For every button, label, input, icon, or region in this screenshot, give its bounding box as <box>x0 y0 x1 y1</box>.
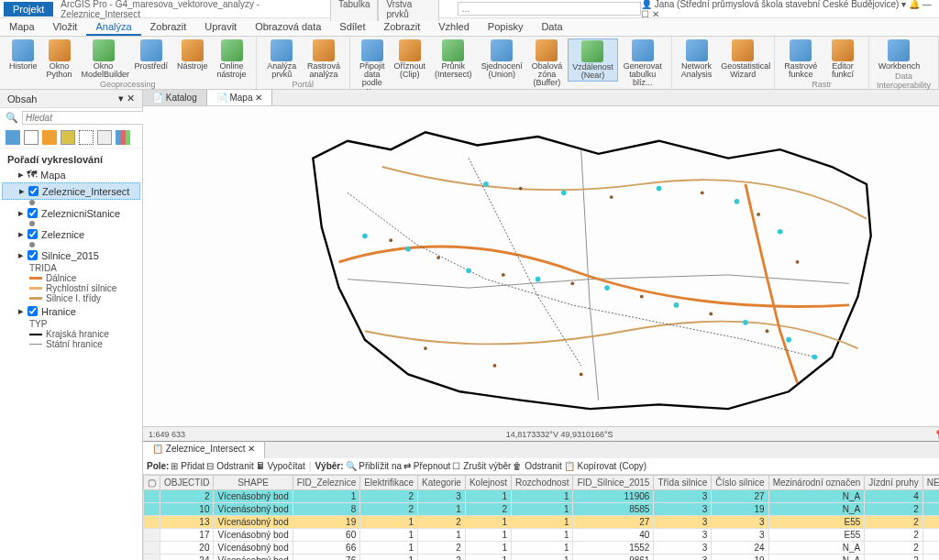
ribbon-tab-analýza[interactable]: Analýza <box>86 18 140 36</box>
ribbon-tool[interactable]: Prostředí <box>131 38 172 71</box>
layer-item[interactable]: ▸ Zeleznice <box>2 226 140 242</box>
clear-sel-button[interactable]: ☐ Zrušit výběr <box>452 461 511 471</box>
layer-item[interactable]: ▸ Hranice <box>2 303 140 319</box>
column-header[interactable]: Rozchodnost <box>512 476 573 490</box>
list-by-source-icon[interactable] <box>24 130 39 145</box>
map-frame[interactable]: ▸ 🗺 Mapa <box>2 167 140 182</box>
map-view[interactable] <box>143 106 939 426</box>
add-field-button[interactable]: ⊞ Přidat <box>171 461 204 471</box>
column-header[interactable]: Jízdní pruhy <box>865 476 922 490</box>
ribbon-tab-sdílet[interactable]: Sdílet <box>330 18 374 36</box>
table-tab[interactable]: 📋 Zeleznice_Intersect ✕ <box>143 442 265 458</box>
ribbon-tab-zobrazit[interactable]: Zobrazit <box>141 18 196 36</box>
view-tab[interactable]: 📄 Katalog <box>143 90 207 105</box>
ribbon-tab-mapa[interactable]: Mapa <box>0 18 44 36</box>
svg-point-26 <box>424 346 427 350</box>
table-row[interactable]: 10Vícenásobný bod821218585319N_A2487636,… <box>144 503 940 516</box>
list-by-chart-icon[interactable] <box>116 130 130 145</box>
svg-point-22 <box>610 195 613 199</box>
ribbon-tool[interactable]: Network Analysis <box>678 38 716 80</box>
del-field-button[interactable]: ⊟ Odstranit <box>206 461 253 471</box>
ribbon-tab-upravit[interactable]: Upravit <box>195 18 246 36</box>
ribbon-tool[interactable]: Generovat tabulku blíz... <box>620 38 666 88</box>
svg-point-0 <box>362 234 368 239</box>
column-header[interactable]: Kolejnost <box>465 476 511 490</box>
svg-point-12 <box>735 199 740 204</box>
table-row[interactable]: 13Vícenásobný bod1912112733E552-1-1 <box>144 516 940 529</box>
table-row[interactable]: 2Vícenásobný bod1231111906327N_A4255547,… <box>144 490 940 503</box>
table-row[interactable]: 24Vícenásobný bod7612119861319N_A2-1-1 <box>144 555 940 561</box>
ribbon-tool[interactable]: Vzdálenost (Near) <box>568 38 618 82</box>
ribbon-tool[interactable]: Okno Python <box>43 38 76 80</box>
column-header[interactable]: Číslo silnice <box>712 476 768 490</box>
svg-point-7 <box>786 337 791 343</box>
layer-item[interactable]: ▸ Zeleznice_Intersect <box>2 182 140 200</box>
scale-display[interactable]: 1:649 633 <box>149 430 185 439</box>
view-tab[interactable]: 📄 Mapa ✕ <box>207 90 273 105</box>
ribbon-tool[interactable]: Workbench <box>875 38 923 71</box>
column-header[interactable]: Třída silnice <box>654 476 712 490</box>
legend-item: Rychlostní silnice <box>2 283 140 293</box>
ribbon-tab-popisky[interactable]: Popisky <box>479 18 533 36</box>
ribbon-tool[interactable]: Rastrová analýza <box>304 38 344 80</box>
ribbon-tool[interactable]: Nástroje <box>173 38 212 71</box>
layer-item[interactable]: ▸ Silnice_2015 <box>2 247 140 263</box>
switch-sel-button[interactable]: ⇄ Přepnout <box>403 461 450 471</box>
svg-point-11 <box>657 186 662 192</box>
table-toolbar: Pole: ⊞ Přidat ⊟ Odstranit 🖩 Vypočítat |… <box>143 458 939 475</box>
ribbon-tool[interactable]: Rastrové funkce <box>780 38 821 80</box>
column-header[interactable]: FID_Silnice_2015 <box>573 476 654 490</box>
del-rows-button[interactable]: 🗑 Odstranit <box>513 461 561 471</box>
column-header[interactable]: Kategorie <box>418 476 466 490</box>
zoom-to-button[interactable]: 🔍 Přiblížit na <box>346 461 402 471</box>
command-search[interactable] <box>458 2 641 16</box>
svg-point-21 <box>519 187 523 191</box>
ribbon-tab-zobrazit[interactable]: Zobrazit <box>374 18 429 36</box>
svg-point-19 <box>709 312 713 315</box>
list-by-selection-icon[interactable] <box>42 130 57 145</box>
column-header[interactable]: FID_Zeleznice <box>293 476 359 490</box>
ribbon-tool[interactable]: Analýza prvků <box>262 38 302 80</box>
ribbon-tab-vložit[interactable]: Vložit <box>44 18 87 36</box>
legend-item: Silnice I. třídy <box>2 293 140 303</box>
column-header[interactable]: NEAR_FID <box>922 476 939 490</box>
table-row[interactable]: 17Vícenásobný bod6011114033E552-1-1 <box>144 529 940 542</box>
legend-item: Státní hranice <box>2 339 140 349</box>
ribbon-tool[interactable]: Editor funkcí <box>823 38 862 80</box>
ribbon-tab-obrazová data[interactable]: Obrazová data <box>246 18 330 36</box>
ribbon-tool[interactable]: Online nástroje <box>214 38 250 80</box>
ribbon-tool[interactable]: Obalová zóna (Buffer) <box>528 38 567 88</box>
svg-point-17 <box>570 281 574 285</box>
list-by-drawing-icon[interactable] <box>6 130 20 145</box>
svg-point-6 <box>743 320 748 325</box>
legend-item: Dálnice <box>2 273 140 283</box>
ribbon-tool[interactable]: Historie <box>6 38 41 71</box>
ribbon-tab-data[interactable]: Data <box>532 18 571 36</box>
list-by-edit-icon[interactable] <box>61 130 75 145</box>
copy-rows-button[interactable]: 📋 Kopírovat (Copy) <box>564 461 646 471</box>
ribbon-tool[interactable]: Okno ModelBuilder <box>78 38 129 80</box>
column-header[interactable]: Mezinárodní označen <box>768 476 865 490</box>
svg-point-24 <box>757 213 760 216</box>
calc-field-button[interactable]: 🖩 Vypočítat <box>256 461 305 471</box>
table-row[interactable]: 20Vícenásobný bod6612111552324N_A2-1-1 <box>144 542 940 555</box>
svg-point-16 <box>502 273 505 277</box>
list-by-snap-icon[interactable] <box>79 130 94 145</box>
ribbon-tool[interactable]: Oříznout (Clip) <box>391 38 430 80</box>
svg-point-5 <box>674 302 679 308</box>
column-header[interactable]: OBJECTID <box>160 476 214 490</box>
layer-item[interactable]: ▸ ZeleznicniStanice <box>2 205 140 221</box>
contents-menu[interactable]: ▾ ✕ <box>118 93 135 104</box>
ribbon-tool[interactable]: Sjednocení (Union) <box>478 38 526 80</box>
ribbon-tool[interactable]: Geostatistical Wizard <box>717 38 768 80</box>
list-by-label-icon[interactable] <box>97 130 112 145</box>
svg-point-27 <box>493 364 497 368</box>
ribbon-tab-vzhled[interactable]: Vzhled <box>429 18 479 36</box>
contents-search[interactable] <box>22 111 146 125</box>
column-header[interactable]: Elektrifikace <box>360 476 418 490</box>
project-button[interactable]: Projekt <box>4 2 53 16</box>
column-header[interactable]: SHAPE <box>214 476 293 490</box>
ribbon-tool[interactable]: Připojit data podle u... <box>356 38 389 96</box>
ribbon-tool[interactable]: Průnik (Intersect) <box>431 38 476 80</box>
contents-title: Obsah <box>7 93 37 104</box>
